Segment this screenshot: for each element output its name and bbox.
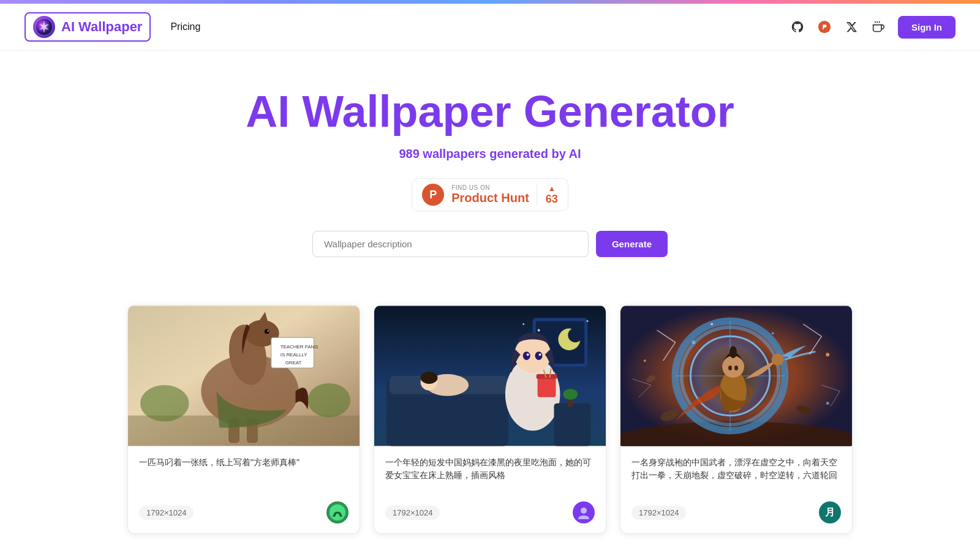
navbar: AI Wallpaper Pricing (0, 4, 980, 51)
card-1-image: TEACHER FANG IS REALLLY GREAT (128, 305, 360, 446)
svg-point-69 (772, 332, 774, 335)
ph-name-text: Product Hunt (451, 191, 529, 205)
svg-point-63 (722, 356, 744, 378)
card-2-body: 一个年轻的短发中国妈妈在漆黑的夜里吃泡面，她的可爱女宝宝在床上熟睡，插画风格 1… (374, 446, 606, 533)
card-1-avatar (326, 501, 349, 523)
search-bar: Generate (312, 231, 668, 257)
svg-rect-43 (537, 374, 557, 379)
hero-section: AI Wallpaper Generator 989 wallpapers ge… (0, 51, 980, 305)
card-3-body: 一名身穿战袍的中国武者，漂浮在虚空之中，向着天空打出一拳，天崩地裂，虚空破碎，时… (620, 446, 852, 533)
svg-rect-46 (554, 403, 590, 446)
producthunt-badge[interactable]: P FIND US ON Product Hunt ▲ 63 (412, 178, 568, 211)
svg-point-12 (268, 331, 269, 332)
svg-point-11 (265, 329, 270, 334)
github-icon[interactable] (790, 20, 805, 34)
svg-rect-42 (538, 376, 556, 397)
hero-title: AI Wallpaper Generator (246, 88, 734, 136)
ph-number: 63 (546, 193, 558, 206)
svg-point-41 (539, 353, 541, 356)
navbar-right: Sign In (790, 16, 956, 39)
card-2-avatar (573, 501, 595, 523)
signin-button[interactable]: Sign In (898, 16, 956, 39)
card-2-image (374, 305, 606, 446)
svg-point-30 (587, 320, 589, 322)
producthunt-nav-icon[interactable] (817, 20, 832, 34)
svg-point-64 (729, 346, 737, 358)
svg-point-50 (581, 508, 587, 514)
svg-point-28 (538, 329, 540, 332)
card-3-avatar: 月 (819, 501, 841, 523)
svg-point-21 (307, 383, 350, 418)
card-3-resolution: 1792×1024 (631, 506, 686, 520)
card-2-resolution: 1792×1024 (385, 506, 440, 520)
svg-point-73 (826, 402, 829, 405)
hero-subtitle: 989 wallpapers generated by AI (399, 147, 581, 161)
ph-find-text: FIND US ON (451, 184, 529, 191)
svg-point-68 (692, 340, 695, 344)
svg-point-38 (523, 351, 530, 360)
svg-text:GREAT: GREAT (285, 360, 302, 365)
ph-score: ▲ 63 (537, 184, 558, 206)
svg-point-39 (535, 351, 543, 360)
card-1: TEACHER FANG IS REALLLY GREAT 一匹马叼着一张纸，纸… (127, 305, 360, 534)
svg-text:TEACHER FANG: TEACHER FANG (281, 344, 318, 350)
card-1-resolution: 1792×1024 (139, 506, 194, 520)
card-3: 一名身穿战袍的中国武者，漂浮在虚空之中，向着天空打出一拳，天崩地裂，虚空破碎，时… (620, 305, 853, 534)
svg-point-20 (140, 385, 189, 422)
svg-point-35 (421, 372, 438, 384)
card-2-description: 一个年轻的短发中国妈妈在漆黑的夜里吃泡面，她的可爱女宝宝在床上熟睡，插画风格 (385, 456, 595, 493)
card-2: 一个年轻的短发中国妈妈在漆黑的夜里吃泡面，她的可爱女宝宝在床上熟睡，插画风格 1… (374, 305, 606, 534)
search-input[interactable] (312, 231, 589, 257)
card-2-footer: 1792×1024 (385, 501, 595, 523)
svg-point-71 (644, 359, 646, 362)
card-3-footer: 1792×1024 月 (631, 501, 841, 523)
pricing-link[interactable]: Pricing (170, 21, 200, 32)
card-3-image (620, 305, 852, 446)
svg-point-40 (527, 353, 529, 356)
svg-point-66 (734, 365, 738, 370)
card-1-description: 一匹马叼着一张纸，纸上写着"方老师真棒" (139, 456, 349, 493)
ph-text-block: FIND US ON Product Hunt (451, 184, 529, 205)
coffee-icon[interactable] (871, 20, 886, 34)
svg-point-48 (563, 389, 578, 400)
card-1-body: 一匹马叼着一张纸，纸上写着"方老师真棒" 1792×1024 (128, 446, 360, 533)
ph-logo-icon: P (422, 184, 444, 206)
generate-button[interactable]: Generate (596, 231, 668, 257)
logo[interactable]: AI Wallpaper (24, 12, 151, 42)
svg-point-29 (522, 323, 524, 325)
twitter-icon[interactable] (844, 20, 859, 34)
card-3-description: 一名身穿战袍的中国武者，漂浮在虚空之中，向着天空打出一拳，天崩地裂，虚空破碎，时… (631, 456, 841, 493)
svg-point-67 (772, 353, 784, 365)
svg-point-27 (568, 328, 582, 343)
svg-point-72 (710, 323, 713, 326)
wallpaper-count: 989 (399, 147, 419, 160)
svg-point-70 (826, 353, 829, 356)
cards-section: TEACHER FANG IS REALLLY GREAT 一匹马叼着一张纸，纸… (0, 305, 980, 534)
svg-text:IS REALLLY: IS REALLLY (281, 352, 308, 358)
logo-icon (33, 16, 55, 38)
ph-triangle-icon: ▲ (548, 184, 556, 193)
logo-text: AI Wallpaper (61, 19, 142, 35)
svg-point-65 (728, 365, 732, 370)
card-1-footer: 1792×1024 (139, 501, 349, 523)
navbar-left: AI Wallpaper Pricing (24, 12, 200, 42)
